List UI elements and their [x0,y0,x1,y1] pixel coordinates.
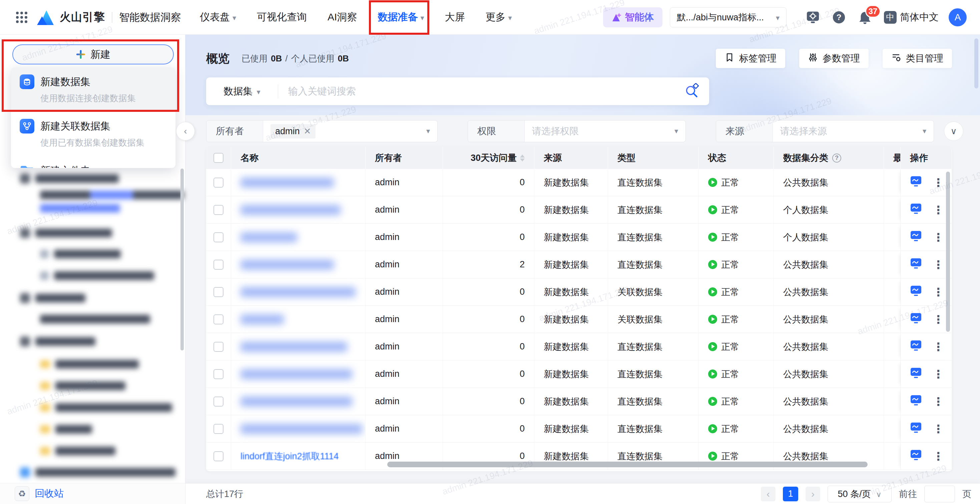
more-actions-icon[interactable]: ⋮ [932,314,944,325]
row-checkbox[interactable] [213,369,223,379]
column-header-name[interactable]: 名称 [231,147,366,169]
sidebar-tree-item-redacted[interactable] [40,425,92,434]
create-dashboard-icon[interactable] [910,449,922,463]
column-header-owner[interactable]: 所有者 [366,147,443,169]
create-dashboard-icon[interactable] [910,394,922,408]
column-header-type[interactable]: 类型 [608,147,699,169]
dataset-name-redacted[interactable] [240,369,352,379]
dataset-name-redacted[interactable] [240,424,362,434]
create-dashboard-icon[interactable] [910,230,922,244]
avatar[interactable]: A [949,8,967,26]
dataset-name-redacted[interactable] [240,287,356,297]
workspace-selector[interactable]: 默.../abi与nuwa指标... ▾ [670,7,786,27]
menu-item-新建关联数据集[interactable]: 新建关联数据集使用已有数据集创建数据集 [11,112,175,156]
nav-item-AI洞察[interactable]: AI洞察 [328,10,357,24]
参数管理-button[interactable]: 参数管理 [799,49,869,68]
sidebar-tree-item-redacted[interactable] [20,228,112,238]
dataset-name-redacted[interactable] [240,397,352,407]
column-header-category[interactable]: 数据集分类? [774,147,884,169]
sidebar-tree-item-redacted[interactable] [40,191,183,199]
sidebar-tree-item-redacted[interactable] [40,250,121,258]
create-dashboard-icon[interactable] [910,175,922,189]
nav-item-仪表盘[interactable]: 仪表盘▾ [200,10,236,24]
column-header-source[interactable]: 来源 [535,147,608,169]
create-dashboard-icon[interactable] [910,422,922,435]
notification-bell-icon[interactable]: 37 [858,10,872,24]
more-actions-icon[interactable]: ⋮ [932,341,944,352]
sidebar-collapse-button[interactable]: ‹ [176,122,195,140]
waffle-menu-icon[interactable] [16,11,28,23]
sidebar-tree-item-redacted[interactable] [20,337,95,346]
create-dashboard-icon[interactable] [910,203,922,217]
create-dashboard-icon[interactable] [910,367,922,381]
sidebar-tree-item-redacted[interactable] [20,174,119,183]
ai-search-icon[interactable] [684,83,700,100]
row-checkbox[interactable] [213,397,223,407]
help-tooltip-icon[interactable]: ? [832,153,841,163]
language-switcher[interactable]: 中 简体中文 [884,11,939,24]
row-checkbox[interactable] [213,205,223,215]
row-checkbox[interactable] [213,451,223,461]
dataset-name-redacted[interactable] [240,232,297,242]
table-horizontal-scrollbar[interactable] [387,462,868,467]
column-header-ops[interactable]: 操作 [900,147,952,169]
row-checkbox[interactable] [213,424,223,434]
more-actions-icon[interactable]: ⋮ [932,232,944,243]
more-actions-icon[interactable]: ⋮ [932,204,944,215]
sidebar-tree-item-redacted[interactable] [40,447,115,455]
agent-button[interactable]: 智能体 [603,7,662,27]
create-dashboard-icon[interactable] [910,285,922,299]
row-checkbox[interactable] [213,342,223,352]
create-dashboard-icon[interactable] [910,340,922,354]
dataset-name-redacted[interactable] [240,260,334,270]
nav-item-可视化查询[interactable]: 可视化查询 [257,10,307,24]
new-button[interactable]: 新建 [12,45,174,64]
filter-权限[interactable]: 权限请选择权限▾ [468,120,686,142]
sidebar-tree-item-redacted[interactable] [40,403,172,412]
column-header-recent[interactable]: 最 [884,147,900,169]
dataset-name-redacted[interactable] [240,205,340,215]
filter-所有者[interactable]: 所有者admin✕▾ [206,120,438,142]
page-scrollbar[interactable] [974,38,978,88]
next-page-button[interactable]: › [805,486,820,501]
sidebar-tree-item-redacted[interactable] [40,315,150,324]
more-actions-icon[interactable]: ⋮ [932,396,944,407]
sidebar-tree-item-redacted[interactable] [40,271,154,280]
table-vertical-scrollbar[interactable] [946,172,950,332]
filter-来源[interactable]: 来源请选择来源▾ [716,120,934,142]
create-dashboard-icon[interactable] [910,258,922,271]
search-scope-selector[interactable]: 数据集 ▾ [206,85,278,98]
类目管理-button[interactable]: 类目管理 [883,49,952,68]
current-page-button[interactable]: 1 [783,486,798,501]
标签管理-button[interactable]: 标签管理 [716,49,785,68]
row-checkbox[interactable] [213,287,223,297]
create-dashboard-icon[interactable] [910,313,922,326]
recycle-bin-item[interactable]: ♻ 回收站 [0,483,185,504]
sidebar-tree-item-redacted[interactable] [40,381,126,390]
nav-item-数据准备[interactable]: 数据准备▾ [378,10,424,24]
console-settings-icon[interactable] [806,10,820,24]
expand-filters-button[interactable]: ∨ [944,121,963,141]
column-header-visits[interactable]: 30天访问量 [443,147,535,169]
more-actions-icon[interactable]: ⋮ [932,286,944,298]
dataset-name-link[interactable]: lindorf直连join2抓取1114 [240,450,339,462]
column-header-status[interactable]: 状态 [699,147,774,169]
nav-item-更多[interactable]: 更多▾ [485,10,512,24]
remove-tag-icon[interactable]: ✕ [304,126,311,137]
sidebar-scrollbar[interactable] [180,169,184,351]
row-checkbox[interactable] [213,260,223,270]
row-checkbox[interactable] [213,314,223,324]
nav-item-大屏[interactable]: 大屏 [445,10,465,24]
help-icon[interactable]: ? [832,10,846,24]
dataset-name-redacted[interactable] [240,177,334,188]
sidebar-tree-item-redacted[interactable] [40,204,120,213]
goto-page-input[interactable] [924,486,955,502]
row-checkbox[interactable] [213,177,223,188]
dataset-name-redacted[interactable] [240,314,284,324]
more-actions-icon[interactable]: ⋮ [932,451,944,462]
menu-item-新建数据集[interactable]: 新建数据集使用数据连接创建数据集 [11,68,175,112]
select-all-checkbox[interactable] [213,153,223,163]
sort-icon[interactable] [520,155,525,161]
sidebar-tree-item-redacted[interactable] [20,467,175,477]
more-actions-icon[interactable]: ⋮ [932,259,944,270]
